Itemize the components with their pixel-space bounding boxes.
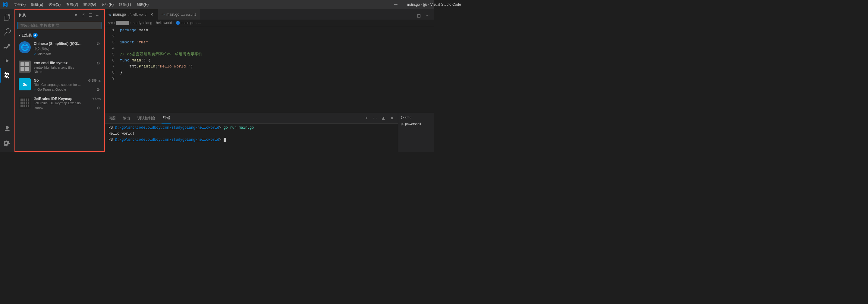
menu-goto[interactable]: 转到(G) <box>81 0 98 9</box>
installed-section: ▾ 已安装 4 🌐 Chinese (Simplified) (简体中... ⚙… <box>15 32 104 151</box>
maximize-panel-button[interactable]: ▲ <box>380 115 387 122</box>
menu-help[interactable]: 帮助(H) <box>134 0 151 9</box>
activity-extensions[interactable] <box>0 68 14 83</box>
activity-explorer[interactable] <box>0 10 14 25</box>
refresh-button[interactable]: ↺ <box>80 12 86 18</box>
terminal-icon-2: ▷ <box>401 122 404 126</box>
terminal-powershell-label: powershell <box>405 122 421 126</box>
breadcrumb-more[interactable]: ... <box>198 21 201 25</box>
minimize-button[interactable]: ─ <box>389 0 403 9</box>
panel-content[interactable]: PS D:\go\src\code.oldboy.com\studygolang… <box>105 124 398 152</box>
ext-gear-button-2[interactable]: ⚙ <box>96 61 101 65</box>
breadcrumb-filename[interactable]: main.go <box>181 21 194 25</box>
breadcrumb-user[interactable]: █████ <box>116 21 129 25</box>
terminal-line-2: Hello world! <box>108 131 394 137</box>
ext-author: ✓ Microsoft <box>34 52 51 56</box>
extension-item-jetbrains[interactable]: JetBrains IDE Keymap ⏱ 5ms JetBrains IDE… <box>15 94 104 113</box>
ext-author-row-4: isudox ⚙ <box>34 105 101 110</box>
ext-author-4: isudox <box>34 106 43 110</box>
breadcrumb-src[interactable]: src <box>108 21 113 25</box>
ext-version-go: ⏱ 199ms <box>88 79 101 82</box>
vscode-logo <box>2 2 8 7</box>
ext-gear-button-3[interactable]: ⚙ <box>96 87 101 92</box>
code-line-2 <box>117 33 416 39</box>
terminal-cmd-label: cmd <box>405 115 411 119</box>
extension-item-go[interactable]: Go Go ⏱ 199ms Rich Go language support f… <box>15 76 104 94</box>
sidebar-actions: ▼ ↺ ☰ ··· <box>73 12 101 18</box>
ext-desc-4: JetBrains IDE Keymap Extensio... <box>34 101 101 105</box>
installed-header[interactable]: ▾ 已安装 4 <box>15 32 104 39</box>
tab-actions: ⊞ ··· <box>412 12 434 20</box>
installed-count: 4 <box>33 33 38 38</box>
extension-item-chinese[interactable]: 🌐 Chinese (Simplified) (简体中... ⚙ 中文(简体) … <box>15 39 104 58</box>
tab-main-lesson1[interactable]: ∞ main.go ...\lesson1 <box>158 9 200 20</box>
activity-git[interactable] <box>0 39 14 54</box>
extension-icon-chinese: 🌐 <box>19 41 31 53</box>
code-content[interactable]: package main import "fmt" // go语言双引号表示字符… <box>117 26 416 113</box>
ext-name-3: Go <box>34 78 39 83</box>
extension-item-envcmd[interactable]: env-cmd-file-syntax ⚙ syntax highlight i… <box>15 58 104 76</box>
terminal-more-button[interactable]: ··· <box>371 115 378 122</box>
tab-file-icon: ∞ <box>108 12 111 17</box>
panel-tab-actions: + ··· ▲ ✕ <box>363 115 396 122</box>
ext-name-row: Chinese (Simplified) (简体中... ⚙ <box>34 41 101 47</box>
ext-author-3: ✓ Go Team at Google <box>34 88 66 92</box>
code-line-9 <box>117 75 416 82</box>
terminal-icon: ▷ <box>401 115 404 119</box>
ext-gear-button[interactable]: ⚙ <box>96 41 101 47</box>
ext-name: Chinese (Simplified) (简体中... <box>34 41 82 47</box>
menu-view[interactable]: 查看(V) <box>64 0 81 9</box>
ext-desc: 中文(简体) <box>34 47 101 51</box>
menu-terminal[interactable]: 终端(T) <box>117 0 133 9</box>
menu-select[interactable]: 选择(S) <box>46 0 63 9</box>
verified-badge: ✓ <box>34 52 36 56</box>
menu-edit[interactable]: 编辑(E) <box>29 0 45 9</box>
panel-tab-debug[interactable]: 调试控制台 <box>136 113 157 124</box>
breadcrumb-studygolang[interactable]: studygolang <box>133 21 153 25</box>
panel-tab-output[interactable]: 输出 <box>122 113 131 124</box>
menu-file[interactable]: 文件(F) <box>11 0 28 9</box>
ext-gear-button-4[interactable]: ⚙ <box>96 105 101 110</box>
panel-right: ▷ cmd ▷ powershell <box>398 113 434 152</box>
minimap <box>416 26 434 113</box>
panel-tab-problems[interactable]: 问题 <box>107 113 117 124</box>
terminal-cmd-item[interactable]: ▷ cmd <box>399 114 433 120</box>
split-editor-button[interactable]: ⊞ <box>415 12 423 20</box>
activity-search[interactable] <box>0 25 14 39</box>
terminal-powershell-item[interactable]: ▷ powershell <box>399 121 433 127</box>
titlebar-menu[interactable]: 文件(F) 编辑(E) 选择(S) 查看(V) 转到(G) 运行(R) 终端(T… <box>11 0 151 9</box>
tab-bar: ∞ main.go ...\helloworld ✕ ∞ main.go ...… <box>105 9 434 20</box>
views-more-button[interactable]: ☰ <box>87 12 93 18</box>
add-terminal-button[interactable]: + <box>363 115 370 122</box>
tab-close-button[interactable]: ✕ <box>150 12 154 17</box>
more-actions-button[interactable]: ··· <box>424 12 432 20</box>
window-title: main.go - go - Visual Studio Code <box>407 2 434 7</box>
tab-file-icon-2: ∞ <box>162 12 164 17</box>
extension-search-input[interactable] <box>18 22 102 29</box>
extension-info-go: Go ⏱ 199ms Rich Go language support for … <box>34 78 101 92</box>
ext-name-row-3: Go ⏱ 199ms <box>34 78 101 83</box>
breadcrumb-helloworld[interactable]: helloworld <box>156 21 172 25</box>
extension-info-envcmd: env-cmd-file-syntax ⚙ syntax highlight i… <box>34 61 101 73</box>
extension-info-chinese: Chinese (Simplified) (简体中... ⚙ 中文(简体) ✓ … <box>34 41 101 56</box>
panel-tab-terminal[interactable]: 终端 <box>161 113 171 124</box>
tab-main-helloworld[interactable]: ∞ main.go ...\helloworld ✕ <box>105 9 158 20</box>
code-line-3: import "fmt" <box>117 39 416 45</box>
close-panel-button[interactable]: ✕ <box>388 115 396 122</box>
main-area: 扩展 ▼ ↺ ☰ ··· ▾ 已安装 4 🌐 <box>0 9 434 152</box>
menu-run[interactable]: 运行(R) <box>99 0 116 9</box>
activity-account[interactable] <box>0 122 14 136</box>
code-editor[interactable]: 1 2 3 4 5 6 7 8 9 package main import "f… <box>105 26 434 113</box>
activity-run[interactable] <box>0 54 14 68</box>
more-options-button[interactable]: ··· <box>95 12 101 18</box>
sidebar: 扩展 ▼ ↺ ☰ ··· ▾ 已安装 4 🌐 <box>14 9 105 152</box>
editor-area: ∞ main.go ...\helloworld ✕ ∞ main.go ...… <box>105 9 434 152</box>
filter-extensions-button[interactable]: ▼ <box>73 12 79 18</box>
panel-tabs: 问题 输出 调试控制台 终端 + ··· ▲ ✕ <box>105 113 398 124</box>
activity-settings[interactable] <box>0 136 14 151</box>
extension-icon-jetbrains <box>19 97 31 109</box>
code-line-4 <box>117 45 416 52</box>
tab-path-2: ...\lesson1 <box>181 13 196 16</box>
code-line-6: func main() { <box>117 58 416 64</box>
breadcrumb: src › █████ › studygolang › helloworld ›… <box>105 20 434 26</box>
